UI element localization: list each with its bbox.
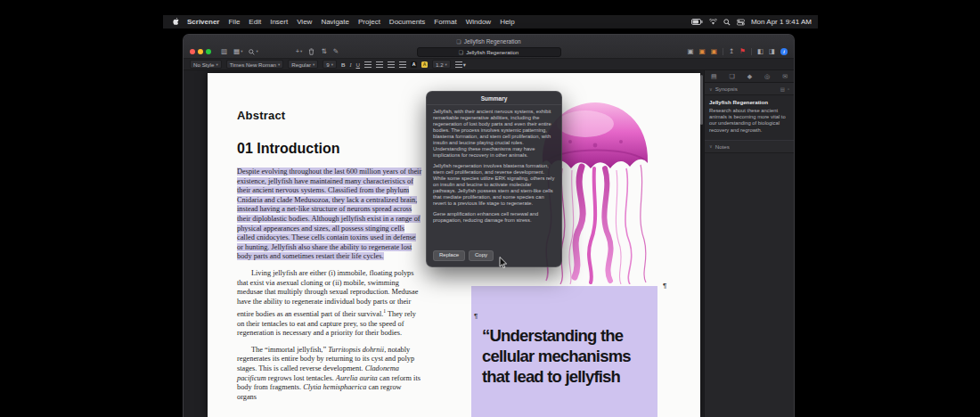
tab-comments[interactable]: ✉ bbox=[782, 73, 788, 80]
label-icon: ▣ bbox=[699, 48, 706, 55]
compose-icon: ✎ bbox=[333, 48, 339, 55]
binder-toggle-button[interactable]: ▥ bbox=[221, 48, 227, 55]
menu-item-format[interactable]: Format bbox=[429, 18, 461, 26]
font-variant-dropdown[interactable]: Regular ▾ bbox=[288, 60, 318, 69]
chevron-down-icon: ▾ bbox=[445, 62, 447, 67]
label-button[interactable]: ▣ bbox=[699, 48, 706, 55]
menu-item-documents[interactable]: Documents bbox=[385, 18, 429, 26]
inspector-info-button[interactable]: i bbox=[780, 48, 788, 55]
document-title-text: Jellyfish Regeneration bbox=[466, 50, 519, 55]
tab-metadata[interactable]: ◆ bbox=[747, 73, 752, 80]
document-page[interactable]: Abstract 01 Introduction Despite evolvin… bbox=[208, 73, 700, 417]
menu-item-view[interactable]: View bbox=[292, 18, 316, 26]
tab-bookmarks[interactable]: ❏ bbox=[730, 73, 735, 80]
font-dropdown[interactable]: Times New Roman ▾ bbox=[226, 60, 284, 69]
window-title-row: ❏ Jellyfish Regeneration bbox=[184, 35, 794, 45]
copy-button[interactable]: Copy bbox=[469, 250, 494, 261]
notes-section-header[interactable]: ∨ Notes bbox=[705, 141, 794, 153]
zoom-button[interactable] bbox=[206, 49, 211, 54]
battery-icon[interactable] bbox=[691, 19, 703, 25]
panel-left-icon: ◧ bbox=[757, 48, 764, 55]
species-name: Turritopsis dohrnii bbox=[328, 346, 384, 354]
inspector-tabs: ▤ ❏ ◆ ◎ ✉ bbox=[705, 70, 794, 83]
menu-item-edit[interactable]: Edit bbox=[244, 18, 265, 26]
menu-item-help[interactable]: Help bbox=[495, 18, 519, 26]
list-style-button[interactable]: ▾ bbox=[455, 61, 466, 68]
line-spacing-dropdown[interactable]: 1.2 ▾ bbox=[432, 60, 451, 69]
compose-button[interactable]: ✎ bbox=[333, 48, 339, 55]
pull-quote-block: ¶ “Understanding the cellular mechanisms… bbox=[471, 286, 657, 417]
summary-paragraph: Gene amplification enhances cell renewal… bbox=[433, 211, 555, 224]
add-item-button[interactable]: + ▾ bbox=[296, 48, 303, 55]
control-center-icon[interactable] bbox=[737, 19, 745, 26]
search-icon bbox=[249, 49, 255, 55]
window-title: Jellyfish Regeneration bbox=[464, 38, 521, 45]
wifi-icon[interactable] bbox=[709, 19, 717, 25]
menu-item-scrivener[interactable]: Scrivener bbox=[183, 18, 224, 26]
left-panel-toggle[interactable]: ◧ bbox=[757, 48, 764, 55]
synopsis-label: Synopsis bbox=[715, 86, 738, 92]
trash-button[interactable] bbox=[308, 48, 314, 55]
collapse-icon: ∨ bbox=[709, 86, 713, 92]
menu-item-navigate[interactable]: Navigate bbox=[316, 18, 354, 26]
paragraph-3: The “immortal jellyfish,” Turritopsis do… bbox=[237, 346, 422, 403]
synopsis-section-header[interactable]: ∨ Synopsis ▤ ▫ bbox=[705, 83, 794, 95]
inspector-panel: ▤ ❏ ◆ ◎ ✉ ∨ Synopsis ▤ ▫ bbox=[704, 70, 794, 417]
underline-button[interactable]: U bbox=[356, 61, 360, 68]
align-left-button[interactable] bbox=[364, 61, 372, 68]
text-color-button[interactable]: A bbox=[411, 61, 417, 68]
menu-item-window[interactable]: Window bbox=[461, 18, 495, 26]
align-justify-button[interactable] bbox=[399, 61, 406, 68]
share-button[interactable]: ↥ bbox=[729, 48, 734, 55]
tab-snapshots[interactable]: ◎ bbox=[764, 73, 770, 80]
highlight-color-button[interactable]: A bbox=[421, 61, 428, 68]
style-dropdown[interactable]: No Style ▾ bbox=[190, 60, 222, 69]
align-center-icon bbox=[376, 61, 383, 68]
chevron-down-icon: ▾ bbox=[331, 62, 333, 67]
toolbar-search-button[interactable]: ▾ bbox=[249, 49, 257, 55]
summary-popover: Summary Jellyfish, with their ancient ne… bbox=[426, 91, 562, 267]
menu-bar: Scrivener File Edit Insert View Navigate… bbox=[163, 15, 818, 29]
align-right-button[interactable] bbox=[388, 61, 395, 68]
document-title-field[interactable]: ❏ Jellyfish Regeneration bbox=[417, 47, 561, 57]
minimize-button[interactable] bbox=[198, 49, 203, 54]
italic-button[interactable]: I bbox=[349, 61, 351, 68]
align-center-button[interactable] bbox=[376, 61, 383, 68]
list-icon bbox=[455, 61, 462, 68]
document-icon: ❏ bbox=[459, 49, 463, 55]
font-value: Times New Roman bbox=[230, 61, 276, 68]
close-button[interactable] bbox=[190, 49, 195, 54]
menu-item-file[interactable]: File bbox=[224, 18, 244, 26]
status-button[interactable]: ▣ bbox=[711, 48, 717, 55]
font-size-dropdown[interactable]: 9 ▾ bbox=[323, 60, 337, 69]
status-icon: ▣ bbox=[711, 48, 717, 55]
menu-clock[interactable]: Mon Apr 1 9:41 AM bbox=[751, 18, 812, 26]
pull-quote-text: “Understanding the cellular mechanisms t… bbox=[482, 326, 631, 386]
synopsis-card[interactable]: Jellyfish Regeneration Research about th… bbox=[705, 95, 794, 141]
move-button[interactable]: ⇅ bbox=[321, 48, 326, 55]
search-icon[interactable] bbox=[723, 19, 731, 26]
view-mode-button[interactable]: ▦ ▾ bbox=[233, 48, 242, 55]
editor-scrollbar[interactable] bbox=[700, 75, 703, 125]
chevron-down-icon: ▾ bbox=[256, 50, 257, 54]
collapse-icon: ∨ bbox=[709, 143, 713, 149]
view-mode-icon: ▦ bbox=[233, 48, 240, 55]
tab-notes[interactable]: ▤ bbox=[711, 73, 717, 80]
quick-ref-button[interactable]: ▣ bbox=[688, 48, 694, 55]
chevron-down-icon: ▾ bbox=[241, 50, 242, 54]
synopsis-text-view-icon[interactable]: ▤ bbox=[780, 86, 785, 92]
share-icon: ↥ bbox=[729, 48, 734, 55]
apple-menu[interactable] bbox=[169, 18, 183, 27]
notes-empty-area[interactable] bbox=[705, 153, 794, 417]
flag-button[interactable]: ⚑ bbox=[739, 48, 746, 55]
pilcrow-mark: ¶ bbox=[663, 282, 666, 290]
menu-item-project[interactable]: Project bbox=[354, 18, 385, 26]
menu-item-insert[interactable]: Insert bbox=[265, 18, 292, 26]
plus-icon: + bbox=[296, 48, 299, 55]
bold-button[interactable]: B bbox=[341, 61, 345, 68]
right-panel-toggle[interactable]: ◨ bbox=[769, 48, 775, 55]
synopsis-image-view-icon[interactable]: ▫ bbox=[788, 86, 789, 92]
replace-button[interactable]: Replace bbox=[433, 250, 465, 261]
window-header: ❏ Jellyfish Regeneration ▥ ▦ ▾ bbox=[184, 35, 794, 59]
document-icon: ❏ bbox=[456, 38, 461, 45]
